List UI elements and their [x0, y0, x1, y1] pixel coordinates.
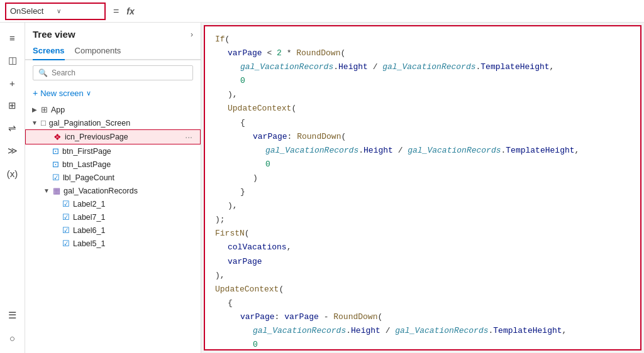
item-label: Label2_1: [73, 200, 196, 209]
variables-icon[interactable]: (x): [3, 163, 23, 183]
more-options-icon[interactable]: ···: [182, 132, 195, 142]
arrows-icon[interactable]: ≫: [3, 141, 23, 161]
code-line: UpdateContext(: [215, 283, 630, 296]
tree-panel: Tree view › Screens Components 🔍 + New s…: [25, 23, 201, 353]
item-label: icn_PreviousPage: [65, 133, 180, 141]
layers-icon[interactable]: ◫: [3, 50, 23, 70]
tree-items: ▶ ⊞ App ▼ □ gal_Pagination_Screen ❖ icn_…: [25, 103, 201, 353]
search-input[interactable]: [52, 68, 187, 77]
code-line: colVacations,: [215, 241, 630, 254]
formula-select[interactable]: OnSelect ∨: [5, 3, 106, 20]
code-line: {: [215, 296, 630, 310]
button-icon: ⊡: [52, 160, 59, 169]
chevron-down-icon: ∨: [57, 8, 101, 14]
expander-icon: ▼: [30, 119, 39, 126]
item-label: Label7_1: [73, 213, 196, 222]
code-line: );: [215, 213, 630, 227]
tree-item-gal-vacationrecords[interactable]: ▼ ▦ gal_VacationRecords: [25, 184, 201, 197]
new-screen-chevron: ∨: [86, 89, 91, 97]
code-line: ),: [215, 88, 630, 102]
label-icon: ☑: [52, 173, 60, 182]
equals-sign: =: [111, 6, 121, 17]
label-icon: ☑: [62, 199, 70, 209]
data-icon[interactable]: ⇌: [3, 118, 23, 138]
tree-item-app[interactable]: ▶ ⊞ App: [25, 103, 201, 116]
item-label: Label6_1: [73, 226, 196, 235]
expander-icon: ▶: [30, 106, 39, 113]
code-line: 0: [215, 74, 630, 88]
search-icon: 🔍: [38, 68, 48, 77]
label-icon: ☑: [62, 212, 70, 222]
code-line: varPage: varPage - RoundDown(: [215, 310, 630, 324]
icon-strip: ≡ ◫ + ⊞ ⇌ ≫ (x) ☰ ○: [0, 23, 25, 353]
item-label: gal_Pagination_Screen: [49, 119, 196, 128]
code-line: gal_VacationRecords.Height / gal_Vacatio…: [215, 60, 630, 74]
code-line: UpdateContext(: [215, 102, 630, 116]
item-label: btn_LastPage: [62, 160, 196, 169]
search-bottom-icon[interactable]: ○: [3, 328, 23, 348]
item-label: Label5_1: [73, 239, 196, 248]
code-line: 0: [215, 338, 630, 350]
insert-icon[interactable]: ⊞: [3, 95, 23, 116]
code-panel: If(varPage < 2 * RoundDown(gal_VacationR…: [204, 25, 641, 350]
tree-view-title: Tree view: [33, 29, 75, 40]
tree-item-icn-previouspage[interactable]: ❖ icn_PreviousPage ···: [25, 129, 201, 144]
tab-components[interactable]: Components: [75, 43, 121, 59]
code-line: FirstN(: [215, 227, 630, 241]
tree-item-label7-1[interactable]: ☑ Label7_1: [25, 210, 201, 224]
item-label: App: [51, 106, 196, 114]
code-line: 0: [215, 158, 630, 171]
screen-icon: □: [41, 118, 46, 128]
new-screen-label: New screen: [40, 89, 84, 98]
tree-item-lbl-pagecount[interactable]: ☑ lbl_PageCount: [25, 171, 201, 184]
tree-item-label6-1[interactable]: ☑ Label6_1: [25, 224, 201, 237]
code-line: varPage: RoundDown(: [215, 130, 630, 144]
tree-item-label2-1[interactable]: ☑ Label2_1: [25, 197, 201, 210]
new-screen-button[interactable]: + New screen ∨: [25, 85, 201, 103]
code-line: varPage < 2 * RoundDown(: [215, 46, 630, 60]
add-icon[interactable]: +: [3, 73, 23, 93]
item-label: lbl_PageCount: [63, 173, 196, 182]
hamburger-icon[interactable]: ≡: [3, 28, 23, 48]
tab-screens[interactable]: Screens: [33, 43, 65, 60]
component-icon: ❖: [53, 132, 62, 142]
plus-icon: +: [33, 88, 38, 98]
tree-collapse-icon[interactable]: ›: [191, 30, 193, 39]
item-label: gal_VacationRecords: [64, 187, 196, 195]
gallery-icon: ▦: [53, 186, 60, 195]
app-icon: ⊞: [41, 105, 48, 114]
code-line: gal_VacationRecords.Height / gal_Vacatio…: [215, 324, 630, 338]
formula-select-label: OnSelect: [10, 6, 54, 16]
code-line: ),: [215, 199, 630, 213]
code-line: ): [215, 171, 630, 185]
settings-icon[interactable]: ☰: [3, 305, 23, 325]
main-content: ≡ ◫ + ⊞ ⇌ ≫ (x) ☰ ○ Tree view › Screens …: [0, 23, 644, 353]
tree-search-box[interactable]: 🔍: [33, 65, 193, 80]
label-icon: ☑: [62, 225, 70, 235]
tree-item-btn-firstpage[interactable]: ⊡ btn_FirstPage: [25, 144, 201, 158]
tree-header: Tree view ›: [25, 23, 201, 43]
fx-icon: fx: [126, 6, 134, 16]
code-line: ),: [215, 269, 630, 283]
label-icon: ☑: [62, 239, 70, 248]
code-line: gal_VacationRecords.Height / gal_Vacatio…: [215, 144, 630, 158]
code-line: {: [215, 116, 630, 130]
tree-item-label5-1[interactable]: ☑ Label5_1: [25, 237, 201, 250]
button-icon: ⊡: [52, 146, 59, 156]
code-line: If(: [215, 33, 630, 46]
top-bar: OnSelect ∨ = fx: [0, 0, 644, 23]
tree-tabs: Screens Components: [25, 43, 201, 60]
expander-icon: ▼: [42, 187, 51, 194]
tree-item-btn-lastpage[interactable]: ⊡ btn_LastPage: [25, 158, 201, 171]
item-label: btn_FirstPage: [62, 147, 196, 156]
tree-item-gal-pagination[interactable]: ▼ □ gal_Pagination_Screen: [25, 116, 201, 129]
code-line: varPage: [215, 255, 630, 269]
code-line: }: [215, 185, 630, 199]
